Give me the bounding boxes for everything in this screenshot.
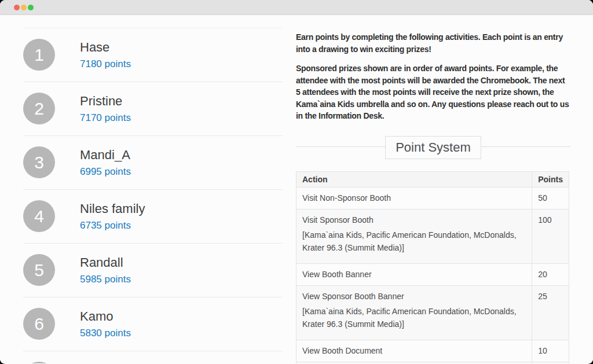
column-header-action: Action xyxy=(296,171,532,187)
rank-badge: 2 xyxy=(23,93,55,124)
points-cell: 100 xyxy=(532,209,569,263)
table-row: View Booth Document 10 xyxy=(296,340,569,362)
action-cell: View Booth Document xyxy=(296,340,532,362)
leaderboard-entry-2[interactable]: 2 Pristine 7170 points xyxy=(23,82,283,136)
points-cell: 25 xyxy=(532,285,569,340)
rank-badge: 6 xyxy=(23,308,55,340)
rank-badge: 4 xyxy=(23,200,55,232)
rank-badge: 5 xyxy=(23,254,55,286)
points-cell: 20 xyxy=(532,362,569,363)
action-cell: Visit Non-Sponsor Booth xyxy=(296,187,532,209)
leaderboard-entry-6[interactable]: 6 Kamo 5830 points xyxy=(23,297,283,351)
rank-badge: 3 xyxy=(23,146,55,178)
table-row: Visit Non-Sponsor Booth 50 xyxy=(296,187,569,209)
attendee-name: Hase xyxy=(80,40,131,55)
table-row: View Booth Banner 20 xyxy=(296,263,569,285)
attendee-points-link[interactable]: 5830 points xyxy=(80,327,131,339)
window-titlebar xyxy=(0,0,593,15)
action-cell: Watch Booth Video xyxy=(296,362,532,363)
attendee-points-link[interactable]: 6735 points xyxy=(80,219,145,231)
leaderboard-entry-7-partial[interactable] xyxy=(23,351,283,363)
action-cell: View Sponsor Booth Banner [Kama`aina Kid… xyxy=(296,285,532,340)
attendee-points-link[interactable]: 6995 points xyxy=(80,166,131,178)
table-row: Watch Booth Video 20 xyxy=(296,362,569,363)
action-label: Visit Sponsor Booth xyxy=(302,214,526,226)
action-detail: [Kama`aina Kids, Pacific American Founda… xyxy=(302,305,526,330)
attendee-name: Randall xyxy=(80,255,131,270)
page-content: 1 Hase 7180 points 2 Pristine 7170 point… xyxy=(0,15,593,363)
close-window-icon[interactable] xyxy=(14,5,20,10)
column-header-points: Points xyxy=(532,171,569,187)
attendee-name: Pristine xyxy=(80,94,131,109)
info-paragraph-2: Sponsored prizes shown are in order of a… xyxy=(296,62,570,122)
attendee-points-link[interactable]: 7170 points xyxy=(80,112,131,124)
leaderboard-entry-5[interactable]: 5 Randall 5985 points xyxy=(23,244,283,297)
table-row: Visit Sponsor Booth [Kama`aina Kids, Pac… xyxy=(296,209,569,263)
table-row: View Sponsor Booth Banner [Kama`aina Kid… xyxy=(296,285,569,340)
minimize-window-icon[interactable] xyxy=(21,5,27,10)
points-cell: 50 xyxy=(532,187,569,209)
zoom-window-icon[interactable] xyxy=(28,5,34,10)
rank-badge: 1 xyxy=(23,39,55,71)
attendee-name: Niles family xyxy=(80,201,145,216)
point-system-table: Action Points Visit Non-Sponsor Booth 50… xyxy=(296,171,569,364)
action-cell: View Booth Banner xyxy=(296,263,532,285)
app-window: 1 Hase 7180 points 2 Pristine 7170 point… xyxy=(0,0,593,364)
attendee-points-link[interactable]: 5985 points xyxy=(80,273,131,285)
leaderboard-entry-3[interactable]: 3 Mandi_A 6995 points xyxy=(23,136,283,190)
attendee-name: Kamo xyxy=(80,309,131,324)
action-label: View Sponsor Booth Banner xyxy=(302,291,526,303)
attendee-name: Mandi_A xyxy=(80,148,131,163)
leaderboard-entry-1[interactable]: 1 Hase 7180 points xyxy=(23,28,283,82)
rank-badge xyxy=(23,362,55,363)
points-cell: 20 xyxy=(532,263,569,285)
action-detail: [Kama`aina Kids, Pacific American Founda… xyxy=(302,229,526,254)
traffic-lights xyxy=(14,5,34,10)
points-cell: 10 xyxy=(532,340,569,362)
attendee-points-link[interactable]: 7180 points xyxy=(80,58,131,70)
table-header-row: Action Points xyxy=(296,171,569,187)
leaderboard-list: 1 Hase 7180 points 2 Pristine 7170 point… xyxy=(23,28,283,363)
info-paragraph-1: Earn points by completing the following … xyxy=(296,31,570,55)
point-system-heading: Point System xyxy=(296,136,570,158)
leaderboard-entry-4[interactable]: 4 Niles family 6735 points xyxy=(23,190,283,244)
point-system-panel: Earn points by completing the following … xyxy=(296,15,570,363)
action-cell: Visit Sponsor Booth [Kama`aina Kids, Pac… xyxy=(296,209,532,263)
point-system-title: Point System xyxy=(385,136,481,159)
